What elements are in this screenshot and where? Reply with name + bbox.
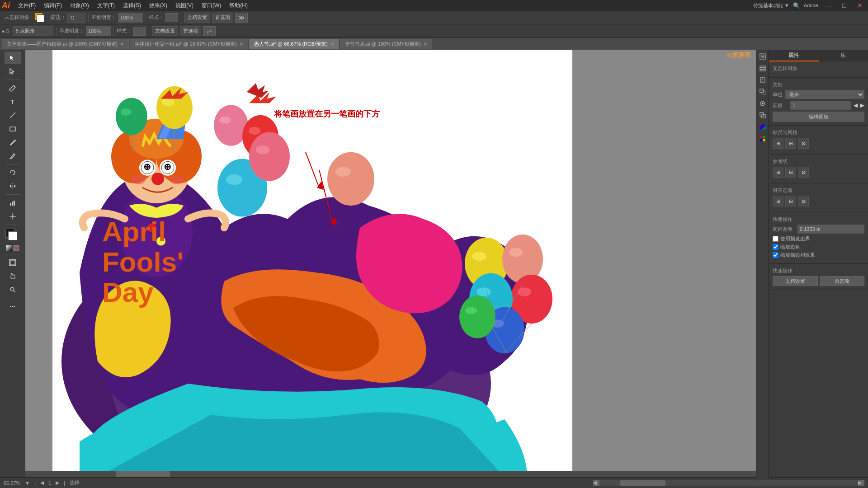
direct-select-tool[interactable] [5,65,21,78]
properties-tab[interactable]: 属性 [769,50,819,61]
type-tool[interactable]: T [5,95,21,108]
style-swatch[interactable] [165,13,178,22]
menu-text[interactable]: 文字(T) [94,1,118,10]
adobe-account[interactable]: Adobe [804,3,818,8]
paintbrush-tool[interactable] [5,136,21,149]
prefs-btn2[interactable]: 首选项 [180,26,201,36]
guide-icon-3[interactable]: ⊠ [798,167,809,178]
tab-3-close[interactable]: ✕ [330,42,334,47]
right-pathfinder-icon[interactable] [758,110,768,120]
rulers-icon[interactable]: ⊞ [773,138,783,149]
menu-effect[interactable]: 效果(X) [146,1,171,10]
right-color-icon[interactable] [758,122,768,132]
zoom-tool[interactable] [5,283,21,296]
tab-3[interactable]: 愚人节.ai* @ 66.67% (RGB/预览) ✕ [249,39,339,49]
guide-icon-1[interactable]: ⊞ [773,167,783,178]
right-layers-icon[interactable] [758,63,768,73]
pages-nav-next[interactable]: ▶ [860,102,864,108]
preview-bounds-row: 使用预览边界 [773,235,864,242]
ruler-lines-icon[interactable]: ⊠ [798,138,809,149]
more-tools[interactable]: ••• [5,300,21,313]
tab-1-close[interactable]: ✕ [120,42,124,47]
pen-tool[interactable] [5,82,21,94]
select-tool[interactable] [5,52,21,64]
document-setup-btn[interactable]: 文档设置 [184,13,210,23]
snap-icon-2[interactable]: ⊟ [785,196,796,206]
scroll-left-btn[interactable]: ◀ [593,480,599,486]
unit-select[interactable]: 毫米 [785,90,864,99]
page-nav-next[interactable]: ▶ [56,480,59,486]
right-swatches-icon[interactable] [758,134,768,144]
canvas-area[interactable]: ⊕ ⊕ [25,50,769,477]
status-scrollbar[interactable]: ◀ ▶ [593,480,864,486]
scale-corners-checkbox[interactable] [773,244,778,250]
style2-swatch[interactable] [133,27,146,36]
right-appearance-icon[interactable] [758,99,768,108]
none-icon[interactable]: ✕ [13,245,19,251]
scroll-right-btn[interactable]: ▶ [858,480,864,486]
gradient-icon[interactable] [6,245,12,251]
close-button[interactable]: ✕ [854,2,866,9]
svg-point-12 [10,287,14,291]
snap-icon-1[interactable]: ⊞ [773,196,783,206]
page-nav-prev[interactable]: ◀ [40,480,44,486]
kerning-input[interactable] [797,225,864,234]
horizontal-scrollbar[interactable] [25,471,762,477]
edit-canvas-btn[interactable]: 编辑画板 [773,112,864,122]
tab-2-close[interactable]: ✕ [240,42,243,47]
pencil-tool[interactable] [5,150,21,162]
change-screen-mode[interactable] [5,256,21,269]
opacity-input[interactable] [118,13,143,23]
snap-icon-3[interactable]: ⊠ [798,196,809,206]
scroll-thumb[interactable] [620,480,665,486]
right-icon-strip [756,50,769,488]
scale-stroke-checkbox[interactable] [773,252,778,258]
svg-point-52 [256,145,269,155]
preferences-btn[interactable]: 首选项 [212,13,233,23]
guides-section: 参考线 ⊞ ⊟ ⊠ [769,155,868,183]
color-swatches[interactable] [5,229,20,241]
snap-icon-row: ⊞ ⊟ ⊠ [773,196,864,206]
prefs-quick-btn[interactable]: 首选项 [820,276,865,286]
tab-4[interactable]: 华音音乐.ai @ 150% (CMYK/预览) ✕ [340,39,432,49]
opacity2-input[interactable] [86,26,111,36]
right-transform-icon[interactable] [758,87,768,97]
doc-setup-btn2[interactable]: 文档设置 [152,26,178,36]
menu-window[interactable]: 窗口(W) [198,1,225,10]
hand-tool[interactable] [5,270,21,282]
right-properties-icon[interactable] [758,52,768,61]
menu-view[interactable]: 视图(V) [172,1,197,10]
point-shape-dropdown[interactable]: 5 点圆形 [13,26,53,36]
maximize-button[interactable]: □ [839,2,850,9]
guide-icon-2[interactable]: ⊟ [785,167,796,178]
rect-tool[interactable] [5,122,21,135]
tab-4-close[interactable]: ✕ [424,42,427,47]
grid-icon[interactable]: ⊟ [785,138,796,149]
mesh-tool[interactable] [5,210,21,223]
pages-input[interactable] [790,101,851,110]
menu-file[interactable]: 文件(F) [14,1,39,10]
tab-1[interactable]: 关于花张——国产特纸类.ai @ 100% (CMYK/预览) ✕ [2,39,129,49]
mirror-tool[interactable] [5,180,21,192]
toolbar-extra-btn[interactable]: ≫ [235,13,248,23]
graph-tool[interactable] [5,197,21,209]
minimize-button[interactable]: — [822,2,835,9]
menu-help[interactable]: 帮助(H) [226,1,251,10]
zoom-dropdown-arrow[interactable]: ▼ [25,480,30,486]
libraries-tab[interactable]: 库 [819,50,868,61]
fill-color[interactable] [35,13,47,23]
line-tool[interactable] [5,109,21,122]
menu-object[interactable]: 对象(O) [66,1,92,10]
menu-edit[interactable]: 编辑(E) [40,1,66,10]
right-align-icon[interactable] [758,75,768,85]
svg-point-53 [327,152,374,206]
tab-2[interactable]: 字体设计作品一组.ai* @ 16.67% (CMYK/预览) ✕ [130,39,248,49]
search-icon[interactable]: 🔍 [793,2,800,9]
pages-nav-prev[interactable]: ◀ [854,102,858,108]
stroke-dropdown[interactable]: C [67,13,85,23]
arrange-btn[interactable]: ⇌ [203,26,216,36]
menu-select[interactable]: 选择(S) [119,1,145,10]
doc-setup-quick-btn[interactable]: 文档设置 [773,276,818,286]
preview-bounds-checkbox[interactable] [773,236,778,242]
rotate-tool[interactable] [5,166,21,179]
